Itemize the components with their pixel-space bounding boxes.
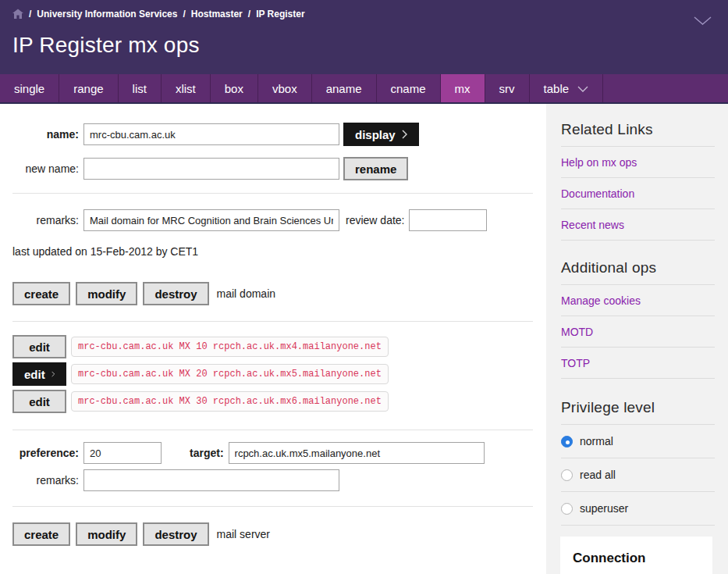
edit-button[interactable]: edit <box>12 390 66 413</box>
tab-cname[interactable]: cname <box>377 74 441 102</box>
chevron-right-icon <box>402 130 407 139</box>
sidebar-link[interactable]: Manage cookies <box>561 285 715 316</box>
breadcrumb-separator: / <box>183 9 185 20</box>
page-title: IP Register mx ops <box>12 33 200 58</box>
privilege-option[interactable]: superuser <box>561 492 715 526</box>
breadcrumb-separator: / <box>248 9 250 20</box>
remarks-label: remarks: <box>12 214 79 226</box>
destroy-button[interactable]: destroy <box>143 282 208 305</box>
mail-domain-actions: create modify destroy mail domain <box>12 282 533 305</box>
divider <box>12 430 533 430</box>
breadcrumb-item[interactable]: Hostmaster <box>191 9 243 20</box>
create-button[interactable]: create <box>12 282 70 305</box>
privilege-option[interactable]: normal <box>561 425 715 458</box>
privilege-options: normal read all superuser <box>561 425 715 526</box>
nav-tab-label: xlist <box>176 82 196 95</box>
sidebar-link-item: Help on mx ops <box>561 147 715 178</box>
breadcrumb-item[interactable]: University Information Services <box>37 9 177 20</box>
tab-vbox[interactable]: vbox <box>258 74 312 102</box>
nav-tab-label: list <box>133 82 147 95</box>
tab-single[interactable]: single <box>0 74 59 102</box>
destroy-button[interactable]: destroy <box>143 522 208 546</box>
nav-tab-label: single <box>14 82 44 95</box>
tab-list[interactable]: list <box>119 74 162 102</box>
server-remarks-label: remarks: <box>12 474 79 487</box>
preference-label: preference: <box>12 447 79 459</box>
sidebar-link[interactable]: MOTD <box>561 316 715 347</box>
edit-button[interactable]: edit <box>12 335 66 358</box>
related-links-section: Related Links Help on mx ops Documentati… <box>561 121 715 241</box>
tab-box[interactable]: box <box>211 74 258 102</box>
mx-record-row: edit mrc-cbu.cam.ac.uk MX 20 rcpch.ac.uk… <box>12 362 533 386</box>
nav-tab-label: range <box>73 82 103 95</box>
sidebar: Related Links Help on mx ops Documentati… <box>546 104 728 574</box>
site-header: / University Information Services / Host… <box>0 0 728 74</box>
modify-button[interactable]: modify <box>76 282 137 305</box>
server-remarks-input[interactable] <box>83 469 339 491</box>
radio-icon[interactable] <box>561 469 573 481</box>
divider <box>12 506 533 507</box>
home-icon[interactable] <box>12 9 23 20</box>
preference-input[interactable] <box>83 442 162 464</box>
create-button[interactable]: create <box>12 522 70 546</box>
name-label: name: <box>12 128 79 141</box>
rename-button-label: rename <box>355 162 396 176</box>
target-input[interactable] <box>229 442 485 464</box>
tab-range[interactable]: range <box>59 74 118 102</box>
sidebar-link[interactable]: TOTP <box>561 348 715 378</box>
tab-aname[interactable]: aname <box>312 74 377 102</box>
action-button-label: modify <box>87 528 126 541</box>
edit-button-label: edit <box>29 340 50 354</box>
sidebar-link[interactable]: Documentation <box>561 178 715 209</box>
tab-mx[interactable]: mx <box>441 74 485 102</box>
radio-icon[interactable] <box>561 503 573 515</box>
action-button-label: modify <box>87 287 126 301</box>
sidebar-link[interactable]: Recent news <box>561 209 715 240</box>
display-button[interactable]: display <box>343 123 419 146</box>
tab-xlist[interactable]: xlist <box>162 74 211 102</box>
privilege-option-label: read all <box>580 469 616 481</box>
mx-record-text: mrc-cbu.cam.ac.uk MX 30 rcpch.ac.uk.mx6.… <box>71 391 389 412</box>
new-name-input[interactable] <box>83 158 339 180</box>
related-links-list: Help on mx ops Documentation Recent news <box>561 147 715 241</box>
chevron-down-icon[interactable] <box>577 86 588 93</box>
divider <box>12 193 533 194</box>
action-button-label: destroy <box>154 287 197 301</box>
action-button-label: create <box>24 528 59 541</box>
sidebar-link[interactable]: Help on mx ops <box>561 147 715 177</box>
additional-ops-section: Additional ops Manage cookies MOTD TOTP <box>561 259 715 379</box>
rename-button[interactable]: rename <box>343 157 408 180</box>
breadcrumb-item[interactable]: IP Register <box>256 9 304 20</box>
tab-table[interactable]: table <box>530 74 604 102</box>
chevron-down-icon[interactable] <box>694 16 712 26</box>
edit-button-label: edit <box>29 395 50 408</box>
edit-button[interactable]: edit <box>12 362 66 386</box>
breadcrumb-separator: / <box>29 9 31 20</box>
display-button-label: display <box>355 128 396 141</box>
sidebar-link-item: MOTD <box>561 316 715 348</box>
mx-record-list: edit mrc-cbu.cam.ac.uk MX 10 rcpch.ac.uk… <box>12 335 533 413</box>
preference-row: preference: target: <box>12 442 533 464</box>
name-input[interactable] <box>83 123 339 145</box>
additional-ops-list: Manage cookies MOTD TOTP <box>561 285 715 379</box>
privilege-option[interactable]: read all <box>561 458 715 492</box>
server-remarks-row: remarks: <box>12 469 533 491</box>
nav-tab-label: vbox <box>272 82 297 95</box>
radio-icon[interactable] <box>561 436 573 447</box>
mail-server-actions: create modify destroy mail server <box>12 522 533 546</box>
review-date-label: review date: <box>346 214 404 226</box>
remarks-input[interactable] <box>83 209 339 231</box>
privilege-heading: Privilege level <box>561 399 715 425</box>
review-date-input[interactable] <box>409 209 487 231</box>
nav-tabs: single range list xlist box vbox aname c… <box>0 74 728 104</box>
action-button-label: create <box>24 287 59 301</box>
breadcrumb: / University Information Services / Host… <box>12 9 305 20</box>
privilege-section: Privilege level normal read all superuse… <box>561 399 715 526</box>
mx-record-text: mrc-cbu.cam.ac.uk MX 10 rcpch.ac.uk.mx4.… <box>71 337 389 357</box>
nav-tab-label: table <box>544 82 570 95</box>
modify-button[interactable]: modify <box>76 522 137 546</box>
related-links-heading: Related Links <box>561 121 715 147</box>
privilege-option-label: superuser <box>580 502 628 515</box>
tab-srv[interactable]: srv <box>485 74 530 102</box>
nav-tab-label: srv <box>499 82 515 95</box>
